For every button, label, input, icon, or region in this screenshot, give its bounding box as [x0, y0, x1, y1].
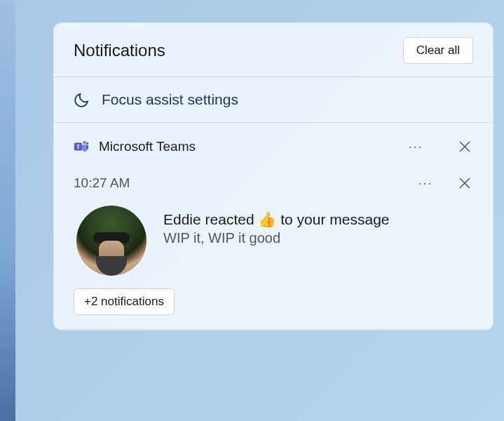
teams-icon: T [74, 139, 89, 154]
notification-more-button[interactable]: ··· [416, 173, 435, 193]
panel-title: Notifications [74, 41, 165, 60]
clear-all-button[interactable]: Clear all [403, 37, 473, 64]
svg-point-3 [86, 142, 88, 145]
notifications-header: Notifications Clear all [54, 23, 493, 76]
desktop-edge [0, 0, 15, 421]
notification-subtitle: WIP it, WIP it good [163, 230, 473, 246]
more-notifications-button[interactable]: +2 notifications [74, 288, 175, 315]
avatar [76, 206, 147, 276]
notifications-panel: Notifications Clear all Focus assist set… [53, 22, 493, 330]
notification-group-header: T Microsoft Teams ··· [74, 133, 473, 166]
notification-title: Eddie reacted 👍 to your message [163, 210, 473, 229]
group-close-button[interactable] [456, 138, 473, 155]
divider [54, 329, 493, 330]
group-more-button[interactable]: ··· [406, 137, 425, 156]
notification-body: Eddie reacted 👍 to your message WIP it, … [74, 206, 473, 276]
notification-item[interactable]: 10:27 AM ··· Eddie reacted 👍 to your mes… [54, 166, 493, 329]
notification-item-header: 10:27 AM ··· [74, 173, 473, 206]
focus-assist-settings-link[interactable]: Focus assist settings [54, 77, 493, 122]
moon-icon [74, 91, 90, 108]
ellipsis-icon: ··· [408, 140, 423, 154]
focus-assist-label: Focus assist settings [102, 91, 238, 108]
notification-time: 10:27 AM [74, 175, 416, 191]
app-name: Microsoft Teams [99, 139, 396, 154]
ellipsis-icon: ··· [418, 176, 433, 191]
notification-text: Eddie reacted 👍 to your message WIP it, … [163, 206, 473, 246]
svg-point-2 [83, 141, 86, 145]
svg-text:T: T [76, 144, 81, 150]
notification-close-button[interactable] [456, 175, 473, 192]
notification-group: T Microsoft Teams ··· [54, 123, 493, 166]
